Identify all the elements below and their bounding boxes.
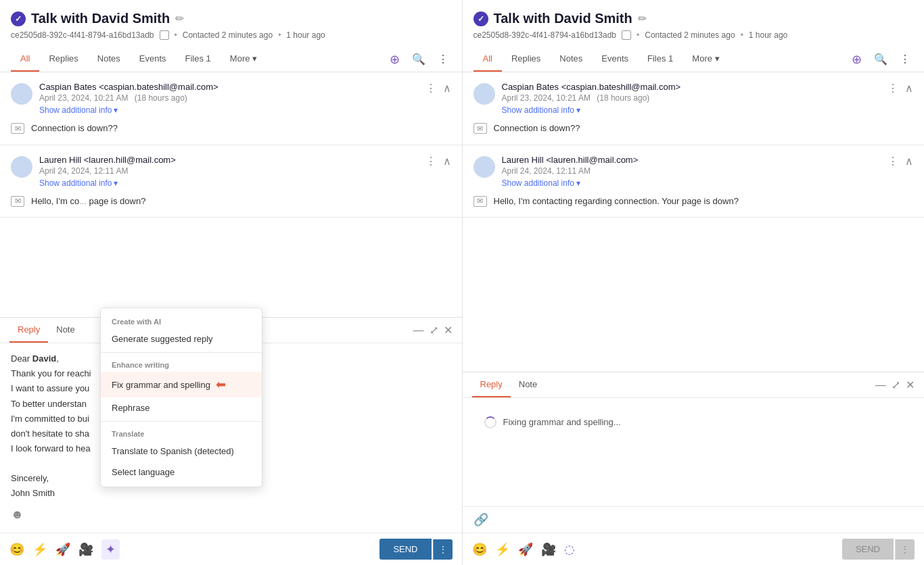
- left-send-button[interactable]: SEND: [379, 539, 431, 560]
- right-reply-controls: — ⤢ ✕: [875, 378, 915, 391]
- tab-replies-right[interactable]: Replies: [502, 47, 550, 72]
- left-collapse-2[interactable]: ∧: [443, 155, 451, 168]
- left-message-1: Caspian Bates <caspian.bateshill@mail.co…: [0, 72, 462, 145]
- right-more-button[interactable]: ⋮: [897, 50, 913, 68]
- right-msg-menu-1[interactable]: ⋮: [887, 82, 898, 95]
- right-show-info-2[interactable]: Show additional info ▾: [502, 178, 580, 188]
- left-conversation-id: ce2505d8-392c-4f41-8794-a16bd13adb: [11, 30, 154, 40]
- right-avatar-1: [473, 83, 495, 105]
- right-send-area: SEND ⋮: [842, 539, 915, 560]
- left-tab-actions: ⊕ 🔍 ⋮: [387, 49, 451, 70]
- tab-more-right[interactable]: More ▾: [683, 47, 729, 72]
- tab-replies-left[interactable]: Replies: [39, 47, 87, 72]
- right-reply-body[interactable]: Fixing grammar and spelling...: [463, 398, 925, 506]
- right-panel-title: Talk with David Smith: [494, 11, 632, 26]
- right-minimize-btn[interactable]: —: [875, 378, 886, 391]
- right-reply-tab[interactable]: Reply: [472, 372, 511, 397]
- right-spinner: [484, 416, 496, 428]
- left-time-ago: 1 hour ago: [286, 30, 325, 40]
- tab-all-right[interactable]: All: [473, 47, 502, 72]
- right-reply-footer: 😊 ⚡ 🚀 🎥 ◌ SEND ⋮: [463, 533, 925, 565]
- tab-events-right[interactable]: Events: [592, 47, 638, 72]
- left-pin-icon[interactable]: ⊕: [387, 49, 402, 70]
- left-sender-1: Caspian Bates <caspian.bateshill@mail.co…: [39, 82, 419, 92]
- left-more-button[interactable]: ⋮: [435, 50, 451, 68]
- right-expand-btn[interactable]: ⤢: [892, 378, 900, 391]
- right-send-button[interactable]: SEND: [842, 539, 894, 560]
- right-date-1: April 23, 2024, 10:21 AM (18 hours ago): [502, 93, 881, 103]
- right-copy-icon[interactable]: [622, 30, 631, 40]
- right-sender-2: Lauren Hill <lauren.hill@mail.com>: [502, 155, 881, 165]
- left-search-button[interactable]: 🔍: [409, 50, 428, 68]
- left-rocket-btn[interactable]: 🚀: [55, 542, 70, 557]
- left-message-text-1: Connection is down??: [31, 122, 118, 135]
- right-sender-1: Caspian Bates <caspian.bateshill@mail.co…: [502, 82, 881, 92]
- left-msg-menu-1[interactable]: ⋮: [425, 82, 436, 95]
- right-meta-1: Caspian Bates <caspian.bateshill@mail.co…: [502, 82, 881, 115]
- right-close-reply-btn[interactable]: ✕: [906, 378, 915, 391]
- left-video-btn[interactable]: 🎥: [78, 542, 93, 557]
- tab-files-left[interactable]: Files 1: [176, 47, 221, 72]
- left-edit-icon[interactable]: ✏: [175, 12, 184, 25]
- dropdown-translate-title: Translate: [101, 424, 262, 441]
- left-collapse-1[interactable]: ∧: [443, 82, 451, 95]
- left-email-icon-1: [11, 123, 24, 134]
- dropdown-create-ai-title: Create with AI: [101, 312, 262, 328]
- left-close-reply-btn[interactable]: ✕: [444, 324, 453, 337]
- right-video-btn[interactable]: 🎥: [541, 542, 556, 557]
- left-send-area: SEND ⋮: [379, 539, 452, 560]
- dropdown-select-language[interactable]: Select language: [101, 462, 262, 483]
- right-tabs: All Replies Notes Events Files 1 More ▾ …: [463, 47, 925, 72]
- tab-more-left[interactable]: More ▾: [221, 47, 267, 72]
- left-ai-btn[interactable]: ✦: [101, 539, 120, 560]
- tab-notes-left[interactable]: Notes: [88, 47, 130, 72]
- left-send-more-button[interactable]: ⋮: [433, 539, 453, 560]
- left-show-info-2[interactable]: Show additional info ▾: [39, 178, 118, 188]
- right-search-button[interactable]: 🔍: [871, 50, 890, 68]
- left-sender-2: Lauren Hill <lauren.hill@mail.com>: [39, 155, 419, 165]
- right-collapse-1[interactable]: ∧: [905, 82, 913, 95]
- right-contacted: Contacted 2 minutes ago: [645, 30, 735, 40]
- right-collapse-2[interactable]: ∧: [905, 155, 913, 168]
- right-show-info-1[interactable]: Show additional info ▾: [502, 105, 580, 115]
- left-date-1: April 23, 2024, 10:21 AM (18 hours ago): [39, 93, 419, 103]
- right-edit-icon[interactable]: ✏: [638, 12, 647, 25]
- left-lightning-btn[interactable]: ⚡: [32, 542, 47, 557]
- dropdown-generate-reply[interactable]: Generate suggested reply: [101, 328, 262, 349]
- left-emoji-btn[interactable]: 😊: [9, 542, 24, 557]
- tab-events-left[interactable]: Events: [130, 47, 176, 72]
- left-msg-menu-2[interactable]: ⋮: [425, 155, 436, 168]
- left-show-info-1[interactable]: Show additional info ▾: [39, 105, 118, 115]
- right-send-more-button[interactable]: ⋮: [895, 539, 915, 560]
- right-email-icon-2: [473, 196, 487, 207]
- left-email-icon-2: [11, 196, 24, 207]
- left-expand-btn[interactable]: ⤢: [430, 324, 438, 337]
- dropdown-fix-grammar[interactable]: Fix grammar and spelling ⬅: [101, 372, 262, 397]
- tab-notes-right[interactable]: Notes: [550, 47, 592, 72]
- left-panel: Talk with David Smith ✏ ce2505d8-392c-4f…: [0, 0, 463, 565]
- left-avatar-1: [11, 83, 32, 105]
- right-messages-area: Caspian Bates <caspian.bateshill@mail.co…: [463, 72, 925, 372]
- right-pin-icon[interactable]: ⊕: [849, 49, 864, 70]
- right-status-check-icon: [473, 11, 488, 26]
- right-message-2: Lauren Hill <lauren.hill@mail.com> April…: [463, 145, 925, 218]
- right-emoji-btn[interactable]: 😊: [472, 542, 487, 557]
- left-copy-icon[interactable]: [160, 30, 169, 40]
- right-note-tab[interactable]: Note: [511, 372, 545, 397]
- dropdown-rephrase[interactable]: Rephrase: [101, 397, 262, 418]
- dropdown-translate-spanish[interactable]: Translate to Spanish (detected): [101, 441, 262, 462]
- left-reply-tab[interactable]: Reply: [9, 318, 48, 343]
- left-minimize-btn[interactable]: —: [413, 324, 424, 337]
- right-rocket-btn[interactable]: 🚀: [518, 542, 533, 557]
- left-meta-1: Caspian Bates <caspian.bateshill@mail.co…: [39, 82, 419, 115]
- left-message-text-2: Hello, I'm co... page is down?: [31, 195, 145, 208]
- tab-all-left[interactable]: All: [11, 47, 39, 72]
- tab-files-right[interactable]: Files 1: [638, 47, 683, 72]
- left-tabs: All Replies Notes Events Files 1 More ▾ …: [0, 47, 462, 72]
- left-note-tab[interactable]: Note: [48, 318, 83, 343]
- right-msg-menu-2[interactable]: ⋮: [887, 155, 898, 168]
- right-lightning-btn[interactable]: ⚡: [495, 542, 510, 557]
- left-contacted: Contacted 2 minutes ago: [183, 30, 273, 40]
- right-time-ago: 1 hour ago: [749, 30, 787, 40]
- right-ai-spinner-btn[interactable]: ◌: [564, 542, 575, 557]
